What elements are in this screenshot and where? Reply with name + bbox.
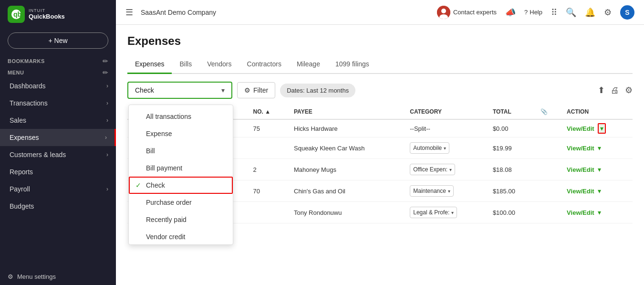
action-chevron-icon[interactable]: ▾ — [598, 209, 601, 216]
search-icon[interactable]: 🔍 — [566, 7, 576, 18]
category-dropdown[interactable]: Office Expen: ▾ — [410, 164, 455, 175]
cell-category[interactable]: Automobile ▾ — [404, 137, 487, 159]
dashboards-label: Dashboards — [10, 82, 46, 90]
cell-category[interactable]: Maintenance ▾ — [404, 180, 487, 202]
user-avatar[interactable]: S — [620, 5, 634, 20]
filter-button[interactable]: ⚙ Filter — [237, 82, 275, 98]
view-edit-link[interactable]: View/Edit — [567, 188, 594, 195]
chevron-right-icon: › — [106, 186, 108, 192]
quickbooks-label: QuickBooks — [29, 13, 65, 20]
dropdown-option-bill[interactable]: ✓ Bill — [129, 142, 233, 159]
sidebar-item-expenses[interactable]: Expenses › — [0, 129, 116, 146]
page-title: Expenses — [127, 34, 633, 48]
sidebar-item-budgets[interactable]: Budgets — [0, 198, 116, 215]
svg-point-3 — [441, 9, 446, 13]
tab-mileage[interactable]: Mileage — [289, 55, 328, 74]
dropdown-option-all-transactions[interactable]: ✓ All transactions — [129, 108, 233, 125]
help-label: Help — [530, 9, 542, 16]
settings-icon[interactable]: ⚙ — [625, 85, 633, 95]
option-label: Purchase order — [146, 199, 192, 206]
menu-section[interactable]: MENU ✏ — [0, 66, 116, 77]
sidebar-item-payroll[interactable]: Payroll › — [0, 180, 116, 198]
cell-category[interactable]: Legal & Profe: ▾ — [404, 202, 487, 223]
category-dropdown[interactable]: Automobile ▾ — [410, 142, 449, 154]
cell-attachment — [535, 180, 561, 202]
cell-attachment — [535, 202, 561, 223]
transactions-label: Transactions — [10, 99, 48, 107]
cell-attachment — [535, 119, 561, 137]
menu-settings[interactable]: ⚙ Menu settings — [0, 268, 116, 285]
cell-action: View/Edit ▾ — [561, 119, 633, 137]
qb-wordmark: intuit QuickBooks — [29, 9, 65, 20]
bell-icon[interactable]: 🔔 — [585, 7, 595, 18]
company-name: SaasAnt Demo Company — [141, 9, 431, 16]
view-edit-link[interactable]: View/Edit — [567, 209, 594, 216]
dropdown-menu: ✓ All transactions ✓ Expense ✓ Bill ✓ — [128, 105, 233, 245]
chevron-down-icon: ▾ — [449, 167, 452, 172]
dropdown-option-check[interactable]: ✓ Check — [129, 177, 233, 194]
cell-payee: Chin's Gas and Oil — [288, 180, 404, 202]
col-no[interactable]: NO. ▲ — [248, 105, 288, 119]
toolbar-right: ⬆ 🖨 ⚙ — [598, 85, 633, 95]
tab-contractors[interactable]: Contractors — [239, 55, 289, 74]
chevron-right-icon: › — [105, 134, 107, 141]
sidebar-item-customers[interactable]: Customers & leads › — [0, 146, 116, 163]
col-category: CATEGORY — [404, 105, 487, 119]
gear-icon[interactable]: ⚙ — [604, 7, 612, 18]
category-dropdown[interactable]: Maintenance ▾ — [410, 185, 454, 197]
category-value: Maintenance — [413, 188, 446, 194]
edit-menu-icon: ✏ — [103, 69, 108, 76]
action-chevron-icon[interactable]: ▾ — [598, 123, 606, 134]
sidebar-item-reports[interactable]: Reports — [0, 163, 116, 180]
option-label: Recently paid — [146, 216, 187, 223]
hamburger-icon[interactable]: ☰ — [125, 7, 133, 18]
option-label: Vendor credit — [146, 233, 186, 241]
payroll-label: Payroll — [10, 185, 30, 193]
megaphone-icon[interactable]: 📣 — [505, 7, 516, 18]
contact-avatar — [437, 6, 450, 19]
filter-label: Filter — [253, 86, 268, 94]
new-button[interactable]: + New — [8, 32, 108, 49]
bookmarks-section[interactable]: BOOKMARKS ✏ — [0, 54, 116, 66]
cell-category: --Split-- — [404, 119, 487, 137]
tab-expenses[interactable]: Expenses — [127, 55, 172, 74]
print-icon[interactable]: 🖨 — [611, 85, 619, 95]
cell-action: View/Edit ▾ — [561, 137, 633, 159]
contact-experts-button[interactable]: Contact experts — [437, 6, 497, 19]
dropdown-option-expense[interactable]: ✓ Expense — [129, 125, 233, 142]
view-edit-link[interactable]: View/Edit — [567, 145, 594, 152]
tab-vendors[interactable]: Vendors — [199, 55, 239, 74]
col-total: TOTAL — [487, 105, 535, 119]
action-chevron-icon[interactable]: ▾ — [598, 187, 601, 195]
option-label: All transactions — [146, 113, 191, 120]
cell-category[interactable]: Office Expen: ▾ — [404, 159, 487, 180]
tab-1099-filings[interactable]: 1099 filings — [328, 55, 377, 74]
sidebar-item-transactions[interactable]: Transactions › — [0, 95, 116, 112]
sidebar-item-sales[interactable]: Sales › — [0, 112, 116, 129]
apps-icon[interactable]: ⠿ — [551, 7, 557, 18]
dropdown-option-vendor-credit[interactable]: ✓ Vendor credit — [129, 228, 233, 242]
filter-icon: ⚙ — [244, 86, 250, 94]
tab-bills[interactable]: Bills — [172, 55, 199, 74]
transaction-type-dropdown[interactable]: Check ▾ ✓ All transactions ✓ Expense — [127, 82, 232, 99]
view-edit-link[interactable]: View/Edit — [567, 166, 594, 173]
cell-attachment — [535, 159, 561, 180]
dropdown-option-recently-paid[interactable]: ✓ Recently paid — [129, 211, 233, 228]
tabs-bar: Expenses Bills Vendors Contractors Milea… — [127, 55, 633, 74]
help-button[interactable]: ? Help — [524, 9, 542, 16]
cell-no — [248, 202, 288, 223]
action-chevron-icon[interactable]: ▾ — [598, 166, 601, 173]
cell-no: 70 — [248, 180, 288, 202]
customers-label: Customers & leads — [10, 151, 66, 158]
view-edit-link[interactable]: View/Edit — [567, 125, 594, 132]
cell-total: $100.00 — [487, 202, 535, 223]
dropdown-option-bill-payment[interactable]: ✓ Bill payment — [129, 159, 233, 177]
action-chevron-icon[interactable]: ▾ — [598, 144, 601, 152]
cell-total: $18.08 — [487, 159, 535, 180]
export-icon[interactable]: ⬆ — [598, 85, 605, 95]
date-filter-badge[interactable]: Dates: Last 12 months — [280, 84, 355, 97]
category-dropdown[interactable]: Legal & Profe: ▾ — [410, 207, 457, 218]
gear-icon: ⚙ — [8, 273, 13, 280]
sidebar-item-dashboards[interactable]: Dashboards › — [0, 77, 116, 95]
dropdown-option-purchase-order[interactable]: ✓ Purchase order — [129, 194, 233, 211]
